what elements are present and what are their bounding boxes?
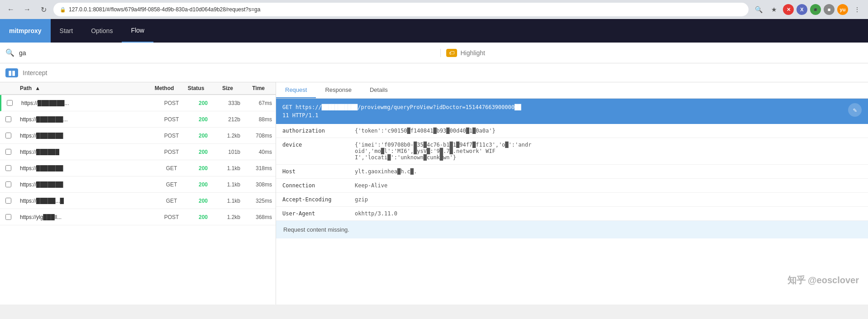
row-path: https://█████...█ (16, 198, 153, 204)
extension-2[interactable]: X (796, 4, 807, 15)
lock-icon: 🔒 (60, 7, 66, 13)
flow-row[interactable]: https://███████ POST 200 1.2kb 708ms (0, 128, 276, 144)
header-name: Accept-Encoding (276, 193, 348, 207)
request-url-bar: GET https://███████████/proviewmg/queryP… (276, 99, 868, 124)
flow-row[interactable]: https://███████... POST 200 333b 67ms (0, 95, 276, 111)
row-status: 200 (190, 181, 217, 188)
row-time: 40ms (244, 149, 276, 155)
search-browser-button[interactable]: 🔍 (752, 3, 765, 16)
row-size: 1.2kb (217, 133, 244, 139)
header-name: device (276, 138, 348, 165)
header-size[interactable]: Size (210, 85, 237, 91)
header-time[interactable]: Time (237, 85, 268, 91)
tag-icon: 🏷 (446, 49, 457, 57)
row-checkbox[interactable] (7, 100, 13, 106)
edit-icon[interactable]: ✎ (848, 103, 862, 117)
tab-options[interactable]: Options (82, 19, 122, 43)
row-status: 200 (190, 214, 217, 220)
row-method: GET (153, 181, 190, 188)
row-time: 708ms (244, 133, 276, 139)
row-method: POST (153, 149, 190, 155)
header-row: authorization {'token':'c90150█f140841█b… (276, 124, 868, 138)
extension-4[interactable]: ■ (824, 4, 835, 15)
back-button[interactable]: ← (5, 3, 17, 16)
row-checkbox[interactable] (5, 214, 11, 220)
row-checkbox[interactable] (5, 149, 11, 155)
header-method[interactable]: Method (146, 85, 182, 91)
row-size: 212b (217, 116, 244, 123)
user-avatar[interactable]: yu (837, 4, 848, 15)
intercept-input[interactable] (23, 69, 863, 76)
detail-panel: Request Response Details GET https://███… (276, 82, 868, 305)
header-name: Connection (276, 179, 348, 193)
tab-request[interactable]: Request (276, 82, 316, 98)
row-path: https://██████ (16, 149, 153, 155)
row-method: GET (153, 165, 190, 171)
address-bar[interactable]: 🔒 127.0.0.1:8081/#/flows/679a4f9f-0858-4… (53, 3, 749, 16)
row-checkbox[interactable] (5, 181, 11, 187)
row-method: POST (153, 133, 190, 139)
header-scroll (268, 85, 276, 91)
header-check (0, 85, 16, 91)
row-method: POST (153, 116, 190, 123)
detail-content: GET https://███████████/proviewmg/queryP… (276, 99, 868, 305)
search-bar: 🔍 🏷 (0, 43, 868, 63)
row-time: 67ms (244, 100, 276, 106)
flow-row[interactable]: https://█████...█ GET 200 1.1kb 325ms (0, 193, 276, 209)
search-icon: 🔍 (5, 48, 14, 57)
row-time: 368ms (244, 214, 276, 220)
flow-row[interactable]: https://███████... POST 200 212b 88ms (0, 111, 276, 128)
header-value: okhttp/3.11.0 (348, 207, 868, 221)
tab-response[interactable]: Response (316, 82, 361, 98)
flow-row[interactable]: https://███████ GET 200 1.1kb 318ms (0, 160, 276, 176)
row-time: 88ms (244, 116, 276, 123)
flow-list-header: Path ▲ Method Status Size Time (0, 82, 276, 95)
highlight-input[interactable] (461, 49, 863, 57)
tab-flow[interactable]: Flow (122, 19, 153, 43)
row-time: 325ms (244, 198, 276, 204)
menu-button[interactable]: ⋮ (851, 3, 863, 16)
row-size: 1.1kb (217, 181, 244, 188)
detail-tabs: Request Response Details (276, 82, 868, 99)
intercept-bar: ▮▮ (0, 63, 868, 82)
tab-start[interactable]: Start (51, 19, 82, 43)
highlight-section: 🏷 (440, 49, 863, 57)
browser-toolbar: 🔍 ★ ✕ X ◾ ■ yu ⋮ (752, 3, 863, 16)
row-path: https://███████ (16, 165, 153, 171)
row-status: 200 (190, 149, 217, 155)
header-row: Connection Keep-Alive (276, 179, 868, 193)
row-checkbox[interactable] (5, 198, 11, 204)
row-path: https://███████ (16, 181, 153, 188)
flow-row[interactable]: https://██████ POST 200 101b 40ms (0, 144, 276, 160)
row-checkbox[interactable] (5, 165, 11, 171)
header-name: authorization (276, 124, 348, 138)
row-path: https://███████... (16, 116, 153, 123)
reload-button[interactable]: ↻ (37, 3, 50, 16)
header-row: Host ylt.gaoxinhea█h.c█. (276, 165, 868, 179)
header-row: User-Agent okhttp/3.11.0 (276, 207, 868, 221)
header-row: device {'imei':'f09708b0-█35█4c76-b1█1█9… (276, 138, 868, 165)
row-size: 1.1kb (217, 165, 244, 171)
flow-list: Path ▲ Method Status Size Time https://█… (0, 82, 276, 305)
header-value: gzip (348, 193, 868, 207)
bookmark-button[interactable]: ★ (768, 3, 780, 16)
row-checkbox[interactable] (5, 116, 11, 122)
row-checkbox[interactable] (5, 133, 11, 138)
flow-row[interactable]: https://███████ GET 200 1.1kb 308ms (0, 176, 276, 193)
header-path[interactable]: Path ▲ (16, 85, 146, 91)
extension-3[interactable]: ◾ (810, 4, 821, 15)
row-method: GET (153, 198, 190, 204)
flow-row[interactable]: https://ylg███ll... POST 200 1.2kb 368ms (0, 209, 276, 225)
extension-1[interactable]: ✕ (783, 4, 794, 15)
row-time: 318ms (244, 165, 276, 171)
header-value: {'imei':'f09708b0-█35█4c76-b1█1█94f7█f11… (348, 138, 868, 165)
header-status[interactable]: Status (182, 85, 210, 91)
forward-button[interactable]: → (21, 3, 33, 16)
search-input[interactable] (19, 49, 436, 57)
header-value: {'token':'c90150█f140841█b93█00d40█1█0a0… (348, 124, 868, 138)
tab-details[interactable]: Details (361, 82, 397, 98)
brand-logo: mitmproxy (0, 19, 51, 43)
row-method: POST (153, 214, 190, 220)
row-method: POST (153, 100, 190, 106)
row-path: https://ylg███ll... (16, 214, 153, 220)
